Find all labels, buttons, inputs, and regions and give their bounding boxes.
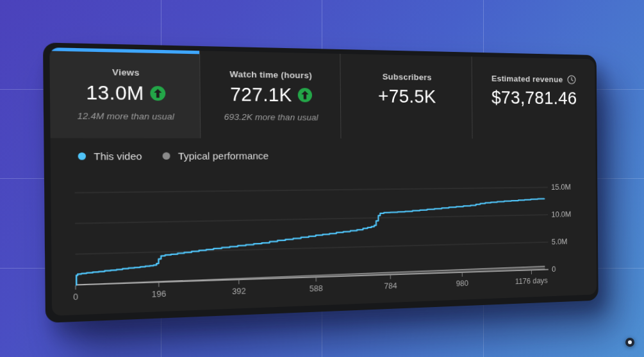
y-gridline [75,187,548,192]
chart-legend: This video Typical performance [78,150,269,162]
metric-tab-strip: Views 13.0M 12.4M more than usual Watch … [49,47,595,138]
up-arrow-icon [150,86,165,101]
x-tick-label: 0 [73,292,78,302]
tab-label-text: Estimated revenue [491,74,563,84]
cursor-indicator [625,338,634,347]
tab-subscribers[interactable]: Subscribers +75.5K [340,54,472,138]
y-tick-label: 5.0M [552,237,568,246]
up-arrow-icon [298,88,312,102]
metric-value: +75.5K [378,85,436,107]
clock-icon[interactable] [567,74,577,85]
tab-label-text: Watch time (hours) [229,69,312,79]
tab-label-text: Subscribers [383,72,432,82]
legend-label: Typical performance [178,150,269,162]
y-tick-label: 10.0M [551,210,571,219]
legend-item-this-video: This video [78,151,142,162]
metric-note: 12.4M more than usual [50,111,200,122]
y-tick-label: 0 [552,265,556,274]
tab-label: Views [50,65,200,79]
legend-label: This video [94,151,142,162]
tab-estimated-revenue[interactable]: Estimated revenue $73,781.46 [472,56,596,138]
metric-note: 693.2K more than usual [201,112,340,122]
analytics-card: Views 13.0M 12.4M more than usual Watch … [49,47,597,316]
x-tick-label: 980 [456,279,469,288]
x-tick-label: 1176 days [515,276,548,286]
legend-item-typical-performance: Typical performance [163,150,268,162]
x-tick-label: 196 [152,289,167,299]
legend-dot-this-video [78,153,86,160]
tab-watch-time[interactable]: Watch time (hours) 727.1K 693.2K more th… [199,51,340,138]
legend-dot-typical-performance [163,153,170,160]
tab-label-text: Views [112,67,140,77]
typical-performance-line [76,266,545,285]
x-axis-line [76,270,549,285]
y-gridline [76,242,549,254]
x-tick-label: 588 [310,283,323,293]
screenshot-stage: Views 13.0M 12.4M more than usual Watch … [0,0,644,357]
analytics-card-wrap: Views 13.0M 12.4M more than usual Watch … [49,47,597,316]
y-gridline [75,215,548,224]
metric-value: 13.0M [86,81,144,104]
views-line-chart[interactable]: 01963925887849801176 days15.0M10.0M5.0M0 [62,178,588,310]
x-tick-label: 392 [232,286,246,296]
metric-value: $73,781.46 [491,87,577,108]
tab-label: Watch time (hours) [200,68,340,81]
tab-label: Estimated revenue [472,73,595,85]
tab-views[interactable]: Views 13.0M 12.4M more than usual [49,47,200,138]
tab-label: Subscribers [341,71,472,83]
metric-value: 727.1K [230,83,292,106]
y-tick-label: 15.0M [551,183,571,192]
x-tick-label: 784 [384,281,397,290]
